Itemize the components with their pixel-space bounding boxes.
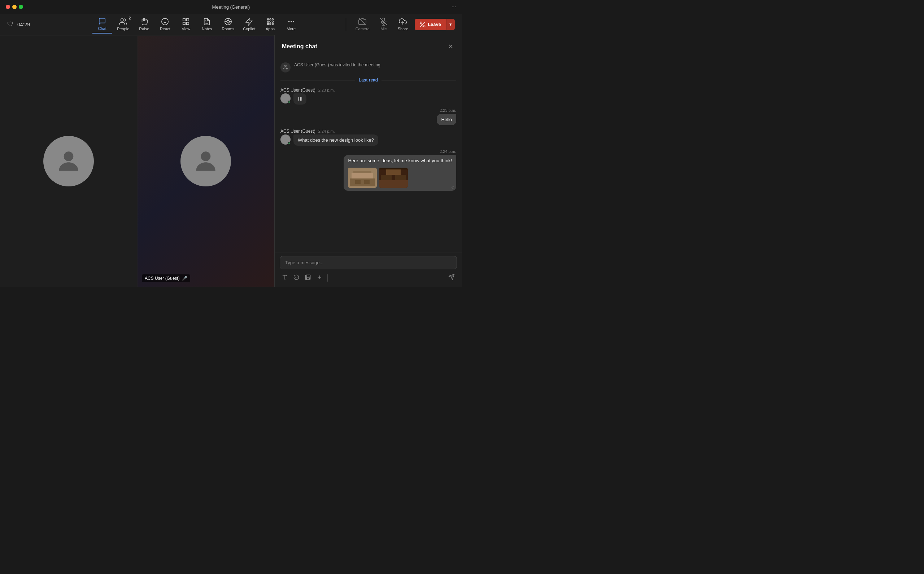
react-icon: ☺ xyxy=(451,185,455,189)
msg-time-1: 2:23 p.m. xyxy=(318,88,335,92)
toolbar: 🛡 04:29 Chat People 2 xyxy=(0,14,462,35)
mic-button[interactable]: Mic xyxy=(376,16,391,33)
toolbar-divider xyxy=(346,18,346,31)
people-button[interactable]: People 2 xyxy=(113,16,133,33)
msg-images xyxy=(348,168,452,188)
svg-rect-42 xyxy=(351,173,373,178)
share-button[interactable]: Share xyxy=(394,16,412,33)
system-message: ACS User (Guest) was invited to the meet… xyxy=(280,62,456,73)
svg-rect-20 xyxy=(267,21,269,22)
leave-chevron-button[interactable]: ▾ xyxy=(446,19,455,30)
svg-rect-17 xyxy=(267,19,269,20)
divider-line-left xyxy=(280,80,355,80)
chat-button[interactable]: Chat xyxy=(92,15,112,33)
remote-video-label: ACS User (Guest) 🎤 xyxy=(142,274,190,282)
attach-button[interactable] xyxy=(314,273,324,283)
chat-header: Meeting chat ✕ xyxy=(275,35,462,58)
close-button[interactable] xyxy=(6,5,10,9)
msg-body-1: Hi xyxy=(280,93,456,104)
close-chat-button[interactable]: ✕ xyxy=(446,41,455,52)
svg-point-27 xyxy=(291,21,292,22)
system-message-text: ACS User (Guest) was invited to the meet… xyxy=(294,62,381,68)
remote-user-name: ACS User (Guest) xyxy=(145,276,180,281)
image-thumbnail-1[interactable] xyxy=(348,168,377,188)
msg-bubble-3: What does the new design look like? xyxy=(293,134,378,146)
msg-header-3: ACS User (Guest) 2:24 p.m. xyxy=(280,129,456,134)
svg-point-11 xyxy=(227,20,229,23)
local-avatar xyxy=(43,136,94,186)
msg-bubble-4: Here are some ideas, let me know what yo… xyxy=(343,155,456,191)
chat-messages[interactable]: ACS User (Guest) was invited to the meet… xyxy=(275,58,462,252)
window-more-button[interactable]: ··· xyxy=(451,3,456,10)
emoji-button[interactable] xyxy=(291,273,301,283)
people-badge: 2 xyxy=(129,16,131,20)
svg-point-0 xyxy=(121,19,123,21)
maximize-button[interactable] xyxy=(19,5,23,9)
svg-rect-24 xyxy=(270,24,271,25)
traffic-lights xyxy=(6,5,23,9)
toolbar-center: Chat People 2 Raise xyxy=(51,15,343,33)
format-text-button[interactable] xyxy=(280,273,290,283)
camera-button[interactable]: Camera xyxy=(352,16,373,33)
svg-rect-23 xyxy=(267,24,269,25)
svg-rect-7 xyxy=(187,22,189,25)
rooms-button[interactable]: Rooms xyxy=(218,16,238,33)
svg-point-28 xyxy=(293,21,294,22)
react-button[interactable]: React xyxy=(155,16,175,33)
svg-rect-45 xyxy=(364,180,370,184)
message-group-2: 2:23 p.m. Hello xyxy=(280,108,456,125)
window-title: Meeting (General) xyxy=(212,4,250,10)
video-tile-remote: ACS User (Guest) 🎤 xyxy=(137,35,274,287)
online-indicator-1 xyxy=(288,101,291,104)
svg-rect-47 xyxy=(379,180,408,188)
meeting-timer: 04:29 xyxy=(17,22,30,27)
title-bar: Meeting (General) ··· xyxy=(0,0,462,14)
svg-rect-44 xyxy=(355,180,361,184)
apps-button[interactable]: Apps xyxy=(261,16,280,33)
svg-point-1 xyxy=(162,18,168,25)
svg-rect-41 xyxy=(350,178,375,186)
raise-button[interactable]: Raise xyxy=(134,16,154,33)
system-icon xyxy=(280,62,291,73)
message-group-4: 2:24 p.m. Here are some ideas, let me kn… xyxy=(280,149,456,191)
view-button[interactable]: View xyxy=(176,16,196,33)
msg-bubble-1: Hi xyxy=(293,93,307,104)
svg-rect-19 xyxy=(272,19,273,20)
msg-avatar-3 xyxy=(280,134,291,145)
msg-sender-1: ACS User (Guest) xyxy=(280,88,315,93)
toolbar-left: 🛡 04:29 xyxy=(7,20,51,28)
msg-time-4: 2:24 p.m. xyxy=(440,149,456,154)
minimize-button[interactable] xyxy=(12,5,17,9)
msg-bubble-2: Hello xyxy=(437,114,456,125)
svg-marker-16 xyxy=(246,18,252,25)
copilot-button[interactable]: Copilot xyxy=(239,16,259,33)
svg-rect-25 xyxy=(272,24,273,25)
remote-avatar xyxy=(180,136,231,186)
online-indicator-3 xyxy=(288,142,291,145)
chat-input-area: Type a message... xyxy=(275,252,462,287)
video-grid: ACS User (Guest) 🎤 xyxy=(0,35,274,287)
video-tile-local xyxy=(0,35,137,287)
leave-button[interactable]: Leave xyxy=(415,19,446,30)
svg-rect-18 xyxy=(270,19,271,20)
gif-button[interactable] xyxy=(303,273,313,283)
svg-rect-4 xyxy=(183,19,185,21)
msg-body-3: What does the new design look like? xyxy=(280,134,456,146)
chat-input[interactable]: Type a message... xyxy=(280,256,457,269)
svg-rect-49 xyxy=(395,175,406,180)
notes-button[interactable]: Notes xyxy=(197,16,217,33)
msg-time-2: 2:23 p.m. xyxy=(440,108,456,112)
svg-rect-43 xyxy=(353,171,372,173)
svg-rect-22 xyxy=(272,21,273,22)
svg-rect-21 xyxy=(270,21,271,22)
svg-rect-6 xyxy=(183,22,185,25)
last-read-label: Last read xyxy=(359,77,378,82)
more-button[interactable]: More xyxy=(282,16,301,33)
send-button[interactable] xyxy=(446,272,457,284)
divider-line-right xyxy=(381,80,456,80)
chat-input-toolbar xyxy=(280,269,457,284)
message-group-3: ACS User (Guest) 2:24 p.m. What does the… xyxy=(280,129,456,146)
msg-avatar-1 xyxy=(280,93,291,104)
shield-icon: 🛡 xyxy=(7,20,14,28)
image-thumbnail-2[interactable] xyxy=(379,168,408,188)
